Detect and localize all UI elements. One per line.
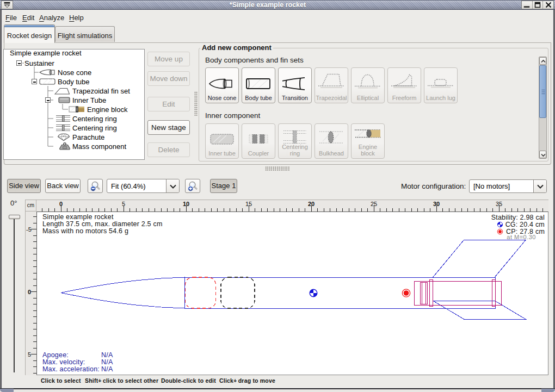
svg-text:20: 20 [308, 201, 314, 207]
svg-text:N/A: N/A [101, 365, 113, 373]
svg-text:30: 30 [433, 201, 440, 207]
svg-text:-5: -5 [26, 226, 32, 233]
svg-text:25: 25 [371, 201, 377, 207]
svg-text:Simple example rocket: Simple example rocket [42, 213, 114, 221]
svg-text:N/A: N/A [101, 351, 113, 359]
svg-text:Apogee:: Apogee: [42, 351, 69, 359]
svg-text:Max. acceleration:: Max. acceleration: [42, 365, 100, 373]
svg-text:5: 5 [28, 351, 31, 358]
svg-text:Stability: 2.98 cal: Stability: 2.98 cal [491, 214, 545, 221]
svg-text:at M=0.30: at M=0.30 [507, 234, 536, 240]
svg-text:Length 37.5 cm, max. diameter: Length 37.5 cm, max. diameter 2.5 cm [42, 220, 163, 228]
svg-text:Max. velocity:: Max. velocity: [42, 358, 85, 366]
svg-text:CG: 20.4 cm: CG: 20.4 cm [505, 221, 545, 228]
svg-text:0: 0 [28, 289, 31, 295]
svg-text:10: 10 [183, 201, 189, 207]
svg-text:N/A: N/A [101, 358, 113, 366]
svg-text:15: 15 [245, 201, 252, 207]
svg-text:0: 0 [59, 201, 63, 207]
svg-text:5: 5 [122, 201, 125, 207]
svg-text:Mass with no motors 54.6 g: Mass with no motors 54.6 g [42, 227, 128, 235]
svg-text:35: 35 [496, 201, 502, 207]
